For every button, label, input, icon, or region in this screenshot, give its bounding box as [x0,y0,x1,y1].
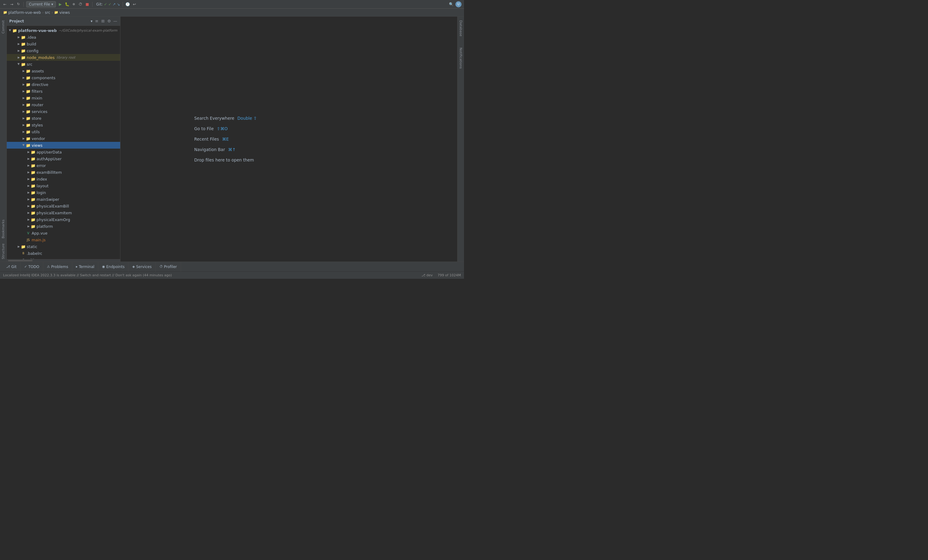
physicalExamItem-label: physicalExamItem [37,211,72,215]
tree-item-config[interactable]: ▶ 📁 config [7,47,120,54]
appUserData-label: appUserData [37,150,62,154]
vendor-arrow: ▶ [21,136,26,141]
error-folder-icon: 📁 [31,163,36,167]
tree-item-node-modules[interactable]: ▶ 📁 node_modules library root [7,54,120,61]
main-js-label: main.js [32,237,46,242]
tree-item-layout[interactable]: ▶ 📁 layout [7,183,120,189]
tree-item-services[interactable]: ▶ 📁 services [7,108,120,115]
panel-dropdown-arrow[interactable]: ▾ [91,19,93,23]
tree-item-idea[interactable]: ▶ 📁 .idea [7,34,120,41]
tree-item-index[interactable]: ▶ 📁 index [7,176,120,183]
tree-item-login[interactable]: ▶ 📁 login [7,189,120,196]
sidebar-item-commit[interactable]: Commit [0,18,6,36]
rebuild-button[interactable]: ↻ [16,2,21,7]
tree-item-directive[interactable]: ▶ 📁 directive [7,81,120,88]
tab-git[interactable]: ⎇ Git [3,262,21,272]
rollback-button[interactable]: ↩ [132,2,137,7]
tree-item-store[interactable]: ▶ 📁 store [7,115,120,122]
assets-arrow: ▶ [21,69,26,73]
breadcrumb-src[interactable]: src [45,11,50,15]
tree-item-mixin[interactable]: ▶ 📁 mixin [7,94,120,101]
forward-button[interactable]: → [9,2,14,7]
coverage-button[interactable]: ⊕ [71,2,76,7]
vendor-folder-icon: 📁 [26,136,31,141]
mixin-arrow: ▶ [21,96,26,100]
assets-label: assets [32,69,44,73]
root-label: platform-vue-web [18,28,57,33]
sidebar-item-notifications[interactable]: Notifications [458,45,464,71]
tree-item-mainSwiper[interactable]: ▶ 📁 mainSwiper [7,196,120,202]
tree-item-filters[interactable]: ▶ 📁 filters [7,88,120,94]
tree-item-build[interactable]: ▶ 📁 build [7,41,120,47]
status-bar: Localized IntelliJ IDEA 2022.3.3 is avai… [0,271,464,279]
run-config-dropdown[interactable]: Current File ▾ [26,1,56,8]
run-config-label: Current File [29,2,50,6]
tree-item-physicalExamItem[interactable]: ▶ 📁 physicalExamItem [7,209,120,216]
tree-item-platform[interactable]: ▶ 📁 platform [7,223,120,230]
tree-item-physicalExamOrg[interactable]: ▶ 📁 physicalExamOrg [7,216,120,223]
run-button[interactable]: ▶ [58,2,63,7]
tree-item-babelrc[interactable]: ▶ B .babelrc [7,250,120,257]
collapse-all-button[interactable]: ≡ [94,19,99,24]
tree-item-styles[interactable]: ▶ 📁 styles [7,122,120,128]
store-label: store [32,116,41,121]
tree-item-router[interactable]: ▶ 📁 router [7,101,120,108]
sidebar-item-structure[interactable]: Structure [0,241,6,262]
close-panel-button[interactable]: — [113,19,118,24]
tab-problems[interactable]: ⚠ Problems [43,262,72,272]
platform-label: platform [37,224,53,229]
tree-item-vendor[interactable]: ▶ 📁 vendor [7,135,120,142]
tree-item-authAppUser[interactable]: ▶ 📁 authAppUser [7,155,120,162]
login-arrow: ▶ [26,190,31,195]
tree-item-app-vue[interactable]: ▶ V App.vue [7,230,120,236]
breadcrumb-views[interactable]: 📁 views [54,11,70,15]
tree-item-utils[interactable]: ▶ 📁 utils [7,128,120,135]
sidebar-item-database[interactable]: Database [458,18,464,39]
tree-item-examBillItem[interactable]: ▶ 📁 examBillItem [7,169,120,176]
tree-item-gitignore[interactable]: ▶ G .gitignore [7,257,120,259]
tab-terminal[interactable]: ▸ Terminal [72,262,98,272]
root-folder-icon: 📁 [12,28,17,32]
styles-arrow: ▶ [21,123,26,127]
settings-button[interactable]: ⚙ [107,19,111,24]
tab-profiler[interactable]: ⏱ Profiler [156,262,181,272]
tree-item-assets[interactable]: ▶ 📁 assets [7,67,120,74]
git-label: Git: [96,2,103,6]
tree-item-appUserData[interactable]: ▶ 📁 appUserData [7,149,120,155]
history-button[interactable]: 🕐 [125,2,130,7]
views-arrow: ▶ [21,143,26,148]
error-arrow: ▶ [26,163,31,167]
stop-button[interactable]: ■ [85,2,90,7]
tree-item-views[interactable]: ▶ 📁 views [7,142,120,149]
node-modules-folder-icon: 📁 [21,55,26,59]
expand-all-button[interactable]: ⊞ [101,19,105,24]
login-folder-icon: 📁 [31,190,36,195]
index-arrow: ▶ [26,177,31,181]
status-branch[interactable]: ⎇ dev [421,273,432,277]
profile-button[interactable]: ⏱ [78,2,83,7]
tree-item-root[interactable]: ▶ 📁 platform-vue-web ~/GitCode/physical-… [7,27,120,34]
tree-item-src[interactable]: ▶ 📁 src [7,61,120,67]
sidebar-item-bookmarks[interactable]: Bookmarks [0,217,6,241]
hint-recent-files: Recent Files ⌘E [194,137,257,142]
main-layout: Commit Bookmarks Structure Project ▾ ≡ ⊞… [0,17,464,262]
tree-item-error[interactable]: ▶ 📁 error [7,162,120,169]
status-message[interactable]: Localized IntelliJ IDEA 2022.3.3 is avai… [3,273,172,277]
directive-label: directive [32,82,48,87]
back-button[interactable]: ← [3,2,8,7]
physicalExamBill-arrow: ▶ [26,204,31,208]
search-everywhere-shortcut: Double ⇧ [238,116,257,121]
vendor-label: vendor [32,136,45,141]
tab-endpoints[interactable]: ◉ Endpoints [98,262,128,272]
tree-item-main-js[interactable]: ▶ JS main.js [7,236,120,243]
tab-todo[interactable]: ✓ TODO [21,262,43,272]
config-folder-icon: 📁 [21,49,26,53]
breadcrumb-project[interactable]: 📁 platform-vue-web [3,11,41,15]
user-avatar[interactable]: U [455,1,461,8]
search-everywhere-button[interactable]: 🔍 [449,2,453,7]
tab-services[interactable]: ◈ Services [128,262,156,272]
tree-item-components[interactable]: ▶ 📁 components [7,74,120,81]
tree-item-static[interactable]: ▶ 📁 static [7,243,120,250]
debug-button[interactable]: 🐛 [64,2,69,7]
tree-item-physicalExamBill[interactable]: ▶ 📁 physicalExamBill [7,202,120,209]
